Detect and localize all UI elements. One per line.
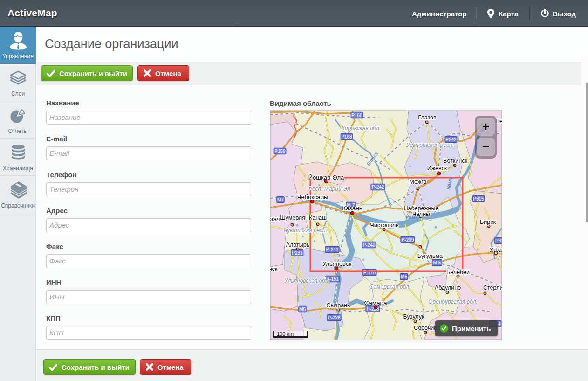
svg-text:Р-239: Р-239 [402,237,414,242]
svg-text:Р-242: Р-242 [372,185,384,190]
svg-text:Самара: Самара [364,299,387,306]
svg-text:М7: М7 [277,197,284,202]
svg-text:Глазов: Глазов [418,114,437,121]
svg-text:Бузулук: Бузулук [403,313,424,320]
svg-text:Р231: Р231 [292,250,303,256]
svg-text:М5: М5 [299,307,306,312]
svg-text:Ульяновск: Ульяновск [322,260,351,267]
svg-text:Белебей: Белебей [446,269,470,276]
svg-text:Чувашская респ.: Чувашская респ. [283,227,327,234]
svg-text:Стерлита: Стерлита [483,284,502,291]
svg-text:Бирск: Бирск [480,219,496,225]
svg-text:Р315: Р315 [473,196,484,201]
svg-text:Абдулино: Абдулино [435,284,461,291]
svg-text:Оренбургская обл.: Оренбургская обл. [428,298,478,305]
svg-text:Самарская обл.: Самарская обл. [369,284,410,290]
svg-text:Сызрань: Сызрань [326,302,350,309]
svg-text:Р-241: Р-241 [326,247,339,252]
svg-text:Алатырь: Алатырь [286,242,309,248]
svg-text:Чебоксары: Чебоксары [297,194,328,201]
svg-text:Ижевск: Ижевск [427,165,447,172]
svg-text:Чистополь: Чистополь [370,222,398,229]
svg-text:Кировская обл.: Кировская обл. [342,125,381,132]
svg-text:Сергач: Сергач [270,216,280,222]
svg-text:Р-228: Р-228 [328,315,341,320]
svg-text:Бугульма: Бугульма [417,253,443,259]
svg-text:Р168: Р168 [351,113,362,118]
svg-text:Йошкар-Ола: Йошкар-Ола [308,174,344,181]
svg-text:Ульяновская обл.: Ульяновская обл. [284,277,329,284]
svg-text:Канаш: Канаш [309,215,327,221]
svg-text:Шумерля: Шумерля [280,215,305,221]
svg-text:Удмуртская респ.: Удмуртская респ. [406,142,454,148]
svg-text:М-5: М-5 [433,260,441,265]
svg-text:Респ. Марий-Эл: Респ. Марий-Эл [308,186,350,192]
svg-text:Казань: Казань [342,205,362,212]
svg-text:Можга: Можга [410,179,427,185]
svg-text:Р-240: Р-240 [363,242,376,248]
svg-text:Р242: Р242 [445,137,457,142]
svg-text:Р31: Р31 [495,238,502,243]
svg-text:нск: нск [270,266,278,272]
svg-text:Р159: Р159 [274,149,286,154]
svg-text:М5: М5 [401,274,407,279]
svg-text:Уфа: Уфа [490,246,502,253]
svg-text:Воткинск: Воткинск [443,158,467,164]
svg-text:Челны: Челны [412,211,430,217]
svg-text:Р168: Р168 [341,134,352,139]
svg-text:Р-178: Р-178 [363,270,376,275]
